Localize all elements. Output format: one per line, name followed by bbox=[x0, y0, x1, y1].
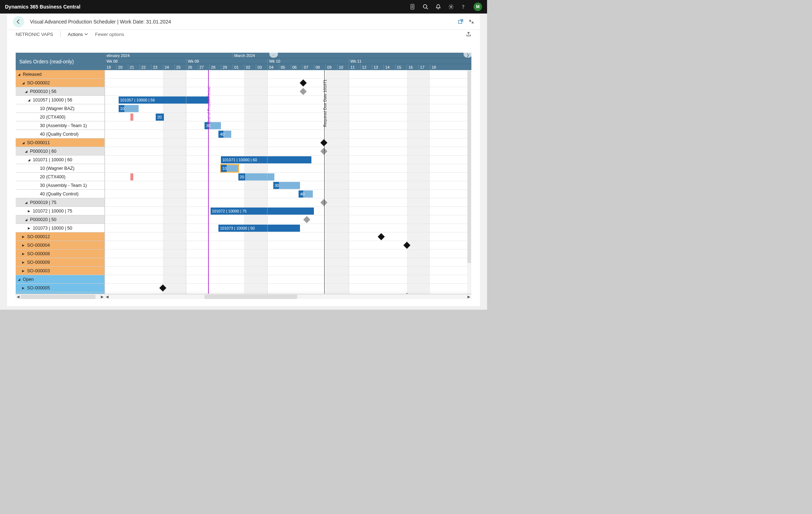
expand-icon[interactable]: ▶ bbox=[22, 269, 26, 273]
gantt-bar[interactable]: 30 bbox=[273, 182, 300, 189]
scroll-right-icon[interactable]: ▶ bbox=[466, 294, 471, 299]
bar-label: 20 bbox=[157, 115, 161, 119]
tree-row[interactable]: 10 (Wagner BAZ) bbox=[16, 104, 104, 113]
bar-label: 10 bbox=[120, 106, 124, 111]
expand-icon[interactable]: ◢ bbox=[18, 73, 21, 76]
tree-row[interactable]: 20 (CTX400) bbox=[16, 113, 104, 121]
expand-icon[interactable]: ▶ bbox=[22, 286, 26, 290]
scroll-right-icon[interactable]: ▶ bbox=[100, 294, 105, 299]
tree-row[interactable]: ▶SO-000004 bbox=[16, 241, 104, 250]
tree-row[interactable]: 40 (Quality Control) bbox=[16, 130, 104, 138]
popout-icon[interactable] bbox=[458, 19, 464, 25]
gantt-row: 30 bbox=[105, 181, 471, 190]
timescale-cell: 11 bbox=[348, 64, 360, 70]
gantt-bar[interactable]: 101071 | 10000 | 60 bbox=[221, 156, 311, 163]
fewer-options-link[interactable]: Fewer options bbox=[95, 32, 124, 37]
expand-icon[interactable]: ◢ bbox=[25, 90, 29, 93]
expand-icon[interactable]: ▶ bbox=[28, 209, 31, 213]
tree-row[interactable]: ◢101071 | 10000 | 60 bbox=[16, 156, 104, 164]
actions-label: Actions bbox=[68, 32, 83, 37]
expand-icon[interactable]: ▶ bbox=[22, 243, 26, 247]
tree-hscroll-thumb[interactable] bbox=[21, 295, 95, 299]
tree-row[interactable]: 40 (Quality Control) bbox=[16, 190, 104, 198]
tree-row[interactable]: ◢Open bbox=[16, 275, 104, 284]
tree-row[interactable]: ▶SO-000005 bbox=[16, 284, 104, 292]
tree-row[interactable]: ▶101073 | 10000 | 50 bbox=[16, 224, 104, 232]
tree-row[interactable]: ◢P000010 | 56 bbox=[16, 87, 104, 96]
gantt-bar[interactable]: 40 bbox=[218, 131, 231, 138]
gantt-bar[interactable]: 10 bbox=[221, 165, 238, 172]
gantt-row bbox=[105, 198, 471, 207]
expand-icon[interactable]: ▶ bbox=[22, 261, 26, 264]
vertical-scroll-thumb[interactable] bbox=[467, 71, 471, 263]
expand-icon[interactable]: ◢ bbox=[28, 98, 31, 102]
tree-row[interactable]: ◢P000019 | 75 bbox=[16, 198, 104, 207]
tree-row-label: Open bbox=[23, 277, 34, 282]
gantt-row: 40 bbox=[105, 130, 471, 138]
tree-row[interactable]: ◢SO-000002 bbox=[16, 79, 104, 87]
timescale-cell: 14 bbox=[383, 64, 395, 70]
bar-label: 10 bbox=[222, 166, 227, 171]
tree-row[interactable]: ◢101057 | 10000 | 56 bbox=[16, 96, 104, 104]
timeline-hscroll-thumb[interactable] bbox=[205, 295, 297, 299]
tree-row[interactable]: ▶SO-000014 bbox=[16, 292, 104, 294]
gantt-row bbox=[105, 241, 471, 250]
milestone-diamond[interactable] bbox=[300, 79, 307, 86]
gantt-row bbox=[105, 70, 471, 79]
scroll-left-icon[interactable]: ◀ bbox=[16, 294, 21, 299]
tree-row[interactable]: ▶SO-000003 bbox=[16, 267, 104, 275]
expand-icon[interactable]: ◢ bbox=[25, 150, 29, 153]
tree-row[interactable]: ▶SO-000008 bbox=[16, 250, 104, 258]
expand-icon[interactable]: ▶ bbox=[22, 252, 26, 256]
bar-label: 30 bbox=[275, 183, 279, 188]
bar-label: 30 bbox=[206, 124, 210, 128]
expand-icon[interactable]: ◢ bbox=[18, 278, 21, 281]
tree-row[interactable]: 20 (CTX400) bbox=[16, 173, 104, 181]
back-button[interactable] bbox=[13, 16, 24, 27]
bell-icon[interactable] bbox=[435, 4, 441, 10]
help-icon[interactable]: ? bbox=[461, 4, 467, 10]
expand-icon[interactable]: ◢ bbox=[25, 218, 29, 221]
expand-icon[interactable]: ◢ bbox=[22, 81, 26, 85]
collapse-icon[interactable] bbox=[469, 19, 474, 25]
tree-row[interactable]: ◢P000010 | 60 bbox=[16, 147, 104, 156]
tree-row[interactable]: 10 (Wagner BAZ) bbox=[16, 164, 104, 173]
gantt-bar[interactable]: 20 bbox=[238, 173, 274, 180]
tree-column: Sales Orders (read-only) ❮ ◢Released◢SO-… bbox=[16, 53, 105, 294]
tree-row[interactable]: ▶101072 | 10000 | 75 bbox=[16, 207, 104, 215]
search-icon[interactable] bbox=[422, 4, 429, 10]
actions-menu[interactable]: Actions bbox=[68, 32, 88, 37]
share-icon[interactable] bbox=[466, 31, 471, 37]
tree-row[interactable]: 30 (Assembly - Team 1) bbox=[16, 181, 104, 190]
tree-row[interactable]: ◢Released bbox=[16, 70, 104, 79]
gantt-bar[interactable]: 20 bbox=[156, 114, 164, 121]
gantt-bar[interactable]: 101057 | 10000 | 56 bbox=[119, 96, 209, 104]
expand-icon[interactable]: ◢ bbox=[28, 158, 31, 162]
scroll-left-icon[interactable]: ◀ bbox=[105, 294, 110, 299]
gear-icon[interactable] bbox=[448, 4, 454, 10]
tree-row[interactable]: ▶SO-000012 bbox=[16, 232, 104, 241]
gantt-bar[interactable]: 101072 | 10000 | 75 bbox=[211, 208, 314, 215]
tree-row[interactable]: ◢SO-000011 bbox=[16, 138, 104, 147]
expand-icon[interactable]: ▶ bbox=[22, 235, 26, 238]
expand-icon[interactable]: ◢ bbox=[25, 201, 29, 204]
document-icon[interactable] bbox=[409, 4, 416, 10]
gantt-bar[interactable]: 40 bbox=[299, 190, 312, 198]
tree-row[interactable]: ▶SO-000009 bbox=[16, 258, 104, 267]
timeline-hscroll[interactable]: ◀ ▶ bbox=[105, 294, 471, 299]
timeline-nav-right[interactable]: ❯ bbox=[464, 53, 471, 58]
tree-hscroll[interactable]: ◀ ▶ bbox=[16, 294, 105, 299]
vertical-scrollbar[interactable] bbox=[467, 70, 471, 294]
expand-icon[interactable]: ▶ bbox=[28, 226, 31, 230]
milestone-diamond[interactable] bbox=[303, 216, 310, 223]
gantt-bar[interactable]: 101073 | 10000 | 50 bbox=[218, 225, 300, 232]
timeline-body[interactable]: 101057 | 10000 | 5610203040101071 | 1000… bbox=[105, 70, 471, 294]
milestone-diamond[interactable] bbox=[300, 88, 307, 95]
tree-row[interactable]: 30 (Assembly - Team 1) bbox=[16, 121, 104, 130]
expand-icon[interactable]: ◢ bbox=[22, 141, 26, 145]
milestone-diamond[interactable] bbox=[378, 233, 385, 240]
gantt-bar[interactable]: 10 bbox=[119, 105, 138, 112]
timescale-cell: 17 bbox=[418, 64, 430, 70]
tree-row[interactable]: ◢P000020 | 50 bbox=[16, 215, 104, 224]
user-avatar[interactable]: M bbox=[474, 2, 482, 11]
